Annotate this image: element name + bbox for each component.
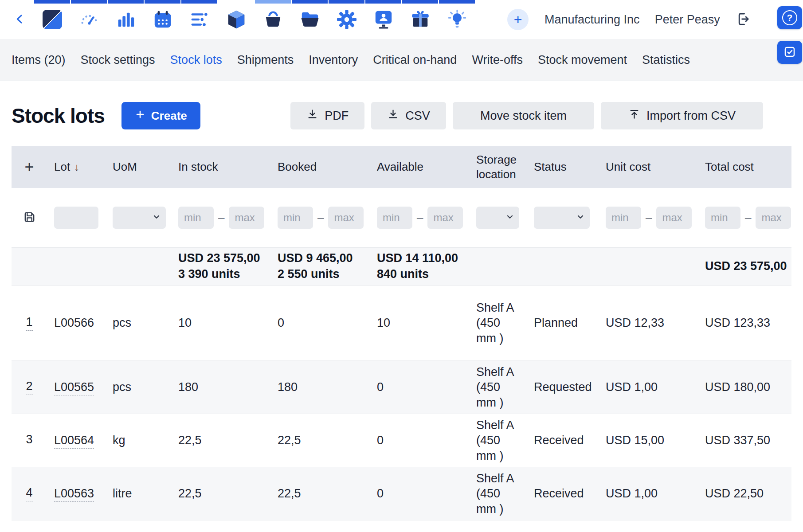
floppy-disk-icon — [23, 210, 36, 225]
settings-gear-icon — [337, 9, 357, 30]
column-header-available[interactable]: Available — [370, 160, 469, 174]
row-number-link[interactable]: 4 — [26, 486, 32, 501]
tab-statistics[interactable]: Statistics — [642, 53, 690, 67]
column-header-status[interactable]: Status — [527, 160, 599, 174]
tab-shipments[interactable]: Shipments — [237, 53, 294, 67]
back-button[interactable] — [6, 0, 34, 39]
tab-stock-settings[interactable]: Stock settings — [81, 53, 155, 67]
available-cell: 10 — [370, 316, 469, 330]
tab-inventory[interactable]: Inventory — [309, 53, 358, 67]
plus-icon — [135, 109, 145, 123]
company-name[interactable]: Manufacturing Inc — [544, 13, 640, 27]
import-from-csv-label: Import from CSV — [646, 109, 736, 123]
lot-filter-input[interactable] — [54, 207, 98, 229]
save-view-button[interactable] — [23, 210, 36, 225]
booked-min-input[interactable] — [278, 207, 313, 229]
csv-button-label: CSV — [405, 109, 430, 123]
user-name[interactable]: Peter Peasy — [655, 13, 720, 27]
tab-critical-on-hand[interactable]: Critical on-hand — [373, 53, 457, 67]
available-max-input[interactable] — [427, 207, 463, 229]
total-cost-cell: USD 337,50 — [698, 434, 791, 447]
create-button-label: Create — [151, 109, 187, 123]
column-header-unit-cost[interactable]: Unit cost — [599, 160, 698, 174]
tab-items[interactable]: Items (20) — [12, 53, 66, 67]
app-tile-settings[interactable] — [328, 0, 365, 39]
logout-button[interactable] — [735, 12, 750, 28]
in-stock-min-input[interactable] — [178, 207, 214, 229]
create-button[interactable]: Create — [121, 102, 200, 129]
app-tile-statistics[interactable] — [107, 0, 144, 39]
floating-buttons: ? — [777, 6, 802, 64]
lot-link[interactable]: L00566 — [54, 316, 94, 331]
column-header-storage-location[interactable]: Storage location — [469, 153, 527, 181]
app-tile-crm[interactable] — [365, 0, 402, 39]
chevron-down-icon — [505, 212, 515, 223]
in-stock-cell: 10 — [171, 316, 270, 330]
tab-stock-movement[interactable]: Stock movement — [538, 53, 627, 67]
app-tile-home[interactable] — [34, 0, 71, 39]
pdf-button[interactable]: PDF — [290, 102, 364, 129]
row-number-link[interactable]: 2 — [26, 379, 32, 395]
stock-cube-icon — [226, 9, 247, 30]
page-header: Stock lots Create PDF CSV Move stock it — [12, 102, 791, 130]
move-stock-item-label: Move stock item — [480, 109, 567, 123]
column-header-lot[interactable]: Lot↓ — [47, 160, 106, 174]
toolbar: PDF CSV Move stock item Import from CSV — [290, 102, 763, 129]
total-cost-max-input[interactable] — [756, 207, 791, 229]
lot-link[interactable]: L00564 — [54, 434, 94, 449]
column-header-uom[interactable]: UoM — [106, 160, 171, 174]
tasks-button[interactable] — [777, 41, 802, 64]
tab-write-offs[interactable]: Write-offs — [472, 53, 523, 67]
range-dash: – — [417, 211, 423, 225]
summary-available: USD 14 110,00 840 units — [370, 250, 469, 282]
app-tile-stock[interactable] — [218, 0, 255, 39]
app-tile-rewards[interactable] — [402, 0, 439, 39]
status-filter-select[interactable] — [534, 207, 590, 229]
rewards-gift-icon — [410, 9, 431, 30]
summary-in-stock: USD 23 575,00 3 390 units — [171, 250, 270, 282]
add-entity-button[interactable]: + — [507, 9, 529, 30]
column-header-total-cost[interactable]: Total cost — [698, 160, 791, 174]
download-icon — [306, 108, 318, 123]
available-min-input[interactable] — [377, 207, 412, 229]
main-content: Stock lots Create PDF CSV Move stock it — [0, 102, 803, 520]
column-header-in-stock[interactable]: In stock — [171, 160, 270, 174]
uom-cell: kg — [106, 434, 171, 447]
uom-cell: pcs — [106, 380, 171, 394]
planning-list-icon — [189, 9, 210, 30]
tab-stock-lots[interactable]: Stock lots — [170, 53, 222, 67]
range-dash: – — [745, 211, 751, 225]
chevron-down-icon — [576, 212, 585, 223]
in-stock-max-input[interactable] — [229, 207, 264, 229]
add-row-button[interactable]: + — [24, 159, 34, 175]
download-icon — [387, 108, 399, 123]
app-tile-planning[interactable] — [181, 0, 218, 39]
column-header-booked[interactable]: Booked — [270, 160, 370, 174]
page-title: Stock lots — [12, 104, 105, 128]
booked-max-input[interactable] — [328, 207, 364, 229]
row-number-link[interactable]: 1 — [26, 315, 32, 331]
storage-location-filter-select[interactable] — [476, 207, 519, 229]
help-button[interactable]: ? — [777, 6, 802, 29]
unit-cost-max-input[interactable] — [656, 207, 692, 229]
uom-filter-select[interactable] — [113, 207, 166, 229]
app-tile-procurement[interactable] — [255, 0, 291, 39]
app-tile-ideas[interactable] — [439, 0, 475, 39]
app-tile-dashboard[interactable] — [71, 0, 107, 39]
checkbox-check-icon — [783, 45, 796, 60]
csv-button[interactable]: CSV — [371, 102, 446, 129]
app-tile-calendar[interactable] — [144, 0, 181, 39]
available-cell: 0 — [370, 487, 469, 501]
question-icon: ? — [782, 10, 797, 25]
app-tile-documents[interactable] — [291, 0, 328, 39]
total-cost-min-input[interactable] — [705, 207, 740, 229]
available-cell: 0 — [370, 434, 469, 447]
range-dash: – — [646, 211, 652, 225]
import-from-csv-button[interactable]: Import from CSV — [601, 102, 763, 129]
booked-cell: 22,5 — [270, 434, 370, 447]
lot-link[interactable]: L00565 — [54, 380, 94, 395]
move-stock-item-button[interactable]: Move stock item — [453, 102, 594, 129]
row-number-link[interactable]: 3 — [26, 433, 32, 448]
lot-link[interactable]: L00563 — [54, 487, 94, 502]
unit-cost-min-input[interactable] — [606, 207, 641, 229]
